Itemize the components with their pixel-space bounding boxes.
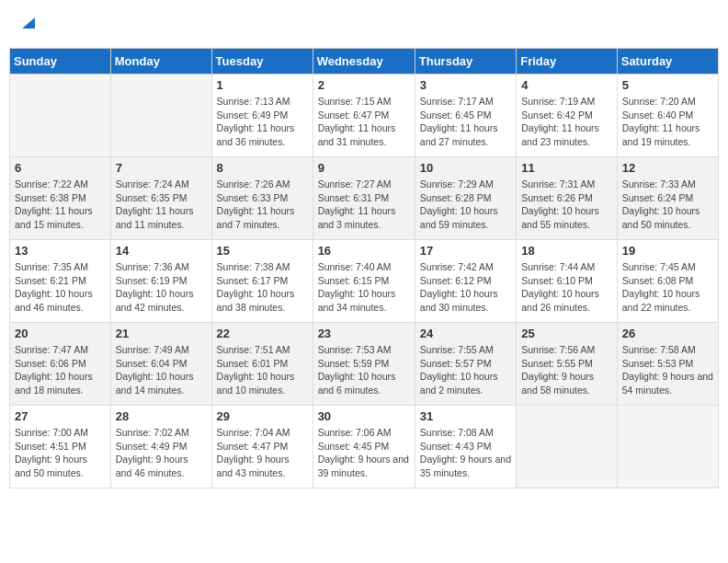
calendar-cell: 6Sunrise: 7:22 AMSunset: 6:38 PMDaylight… [10, 157, 111, 240]
calendar-cell: 29Sunrise: 7:04 AMSunset: 4:47 PMDayligh… [211, 406, 313, 488]
calendar-cell: 11Sunrise: 7:31 AMSunset: 6:26 PMDayligh… [517, 157, 618, 240]
day-info: Sunrise: 7:47 AMSunset: 6:06 PMDaylight:… [15, 343, 106, 397]
logo-triangle-icon [20, 14, 37, 30]
day-header: Sunday [10, 49, 111, 75]
day-number: 10 [420, 161, 511, 175]
day-number: 26 [622, 327, 713, 340]
calendar-cell: 16Sunrise: 7:40 AMSunset: 6:15 PMDayligh… [313, 240, 415, 323]
calendar-cell: 1Sunrise: 7:13 AMSunset: 6:49 PMDaylight… [211, 75, 313, 157]
calendar-cell: 2Sunrise: 7:15 AMSunset: 6:47 PMDaylight… [313, 75, 415, 157]
calendar-cell: 21Sunrise: 7:49 AMSunset: 6:04 PMDayligh… [110, 323, 211, 406]
day-number: 12 [622, 161, 713, 175]
day-info: Sunrise: 7:26 AMSunset: 6:33 PMDaylight:… [217, 178, 308, 232]
calendar-table: SundayMondayTuesdayWednesdayThursdayFrid… [9, 48, 719, 488]
header-row: SundayMondayTuesdayWednesdayThursdayFrid… [10, 49, 719, 75]
day-info: Sunrise: 7:17 AMSunset: 6:45 PMDaylight:… [420, 95, 511, 149]
day-number: 19 [622, 244, 713, 258]
calendar-cell: 5Sunrise: 7:20 AMSunset: 6:40 PMDaylight… [617, 75, 718, 157]
day-number: 17 [420, 244, 511, 258]
day-number: 15 [217, 244, 308, 258]
page-header [9, 9, 719, 39]
calendar-cell: 10Sunrise: 7:29 AMSunset: 6:28 PMDayligh… [415, 157, 516, 240]
week-row: 13Sunrise: 7:35 AMSunset: 6:21 PMDayligh… [10, 240, 719, 323]
day-info: Sunrise: 7:58 AMSunset: 5:53 PMDaylight:… [622, 343, 713, 397]
calendar-cell: 9Sunrise: 7:27 AMSunset: 6:31 PMDaylight… [313, 157, 415, 240]
day-info: Sunrise: 7:35 AMSunset: 6:21 PMDaylight:… [15, 260, 106, 315]
calendar-cell: 23Sunrise: 7:53 AMSunset: 5:59 PMDayligh… [313, 323, 415, 406]
day-number: 13 [15, 244, 106, 258]
day-info: Sunrise: 7:13 AMSunset: 6:49 PMDaylight:… [217, 95, 308, 149]
calendar-cell [517, 406, 618, 488]
day-info: Sunrise: 7:56 AMSunset: 5:55 PMDaylight:… [521, 343, 612, 397]
week-row: 20Sunrise: 7:47 AMSunset: 6:06 PMDayligh… [10, 323, 719, 406]
day-number: 16 [318, 244, 410, 258]
calendar-cell: 22Sunrise: 7:51 AMSunset: 6:01 PMDayligh… [211, 323, 313, 406]
day-header: Saturday [617, 49, 718, 75]
day-info: Sunrise: 7:36 AMSunset: 6:19 PMDaylight:… [116, 260, 207, 315]
day-number: 2 [318, 78, 410, 92]
day-info: Sunrise: 7:22 AMSunset: 6:38 PMDaylight:… [15, 178, 106, 232]
calendar-cell: 31Sunrise: 7:08 AMSunset: 4:43 PMDayligh… [415, 406, 516, 488]
calendar-cell: 24Sunrise: 7:55 AMSunset: 5:57 PMDayligh… [415, 323, 516, 406]
day-number: 14 [116, 244, 207, 258]
day-number: 3 [420, 78, 511, 92]
day-number: 6 [15, 161, 106, 175]
svg-marker-0 [22, 17, 35, 29]
day-number: 28 [116, 409, 207, 423]
calendar-cell: 19Sunrise: 7:45 AMSunset: 6:08 PMDayligh… [617, 240, 718, 323]
week-row: 1Sunrise: 7:13 AMSunset: 6:49 PMDaylight… [10, 75, 719, 157]
day-info: Sunrise: 7:42 AMSunset: 6:12 PMDaylight:… [420, 260, 511, 315]
calendar-cell: 20Sunrise: 7:47 AMSunset: 6:06 PMDayligh… [10, 323, 111, 406]
calendar-cell: 15Sunrise: 7:38 AMSunset: 6:17 PMDayligh… [211, 240, 313, 323]
day-number: 20 [15, 327, 106, 340]
day-number: 1 [217, 78, 308, 92]
day-info: Sunrise: 7:27 AMSunset: 6:31 PMDaylight:… [318, 178, 410, 232]
day-info: Sunrise: 7:02 AMSunset: 4:49 PMDaylight:… [116, 426, 207, 480]
day-number: 29 [217, 409, 308, 423]
day-info: Sunrise: 7:33 AMSunset: 6:24 PMDaylight:… [622, 178, 713, 232]
day-number: 18 [521, 244, 612, 258]
day-info: Sunrise: 7:24 AMSunset: 6:35 PMDaylight:… [116, 178, 207, 232]
day-number: 8 [217, 161, 308, 175]
week-row: 6Sunrise: 7:22 AMSunset: 6:38 PMDaylight… [10, 157, 719, 240]
day-number: 4 [521, 78, 612, 92]
day-number: 31 [420, 409, 511, 423]
calendar-cell: 8Sunrise: 7:26 AMSunset: 6:33 PMDaylight… [211, 157, 313, 240]
calendar-cell: 26Sunrise: 7:58 AMSunset: 5:53 PMDayligh… [617, 323, 718, 406]
day-number: 11 [521, 161, 612, 175]
day-header: Tuesday [211, 49, 313, 75]
logo [18, 14, 37, 34]
day-info: Sunrise: 7:53 AMSunset: 5:59 PMDaylight:… [318, 343, 410, 397]
day-info: Sunrise: 7:04 AMSunset: 4:47 PMDaylight:… [217, 426, 308, 480]
day-info: Sunrise: 7:31 AMSunset: 6:26 PMDaylight:… [521, 178, 612, 232]
day-header: Monday [110, 49, 211, 75]
calendar-cell: 17Sunrise: 7:42 AMSunset: 6:12 PMDayligh… [415, 240, 516, 323]
calendar-cell: 18Sunrise: 7:44 AMSunset: 6:10 PMDayligh… [517, 240, 618, 323]
day-info: Sunrise: 7:51 AMSunset: 6:01 PMDaylight:… [217, 343, 308, 397]
calendar-cell: 13Sunrise: 7:35 AMSunset: 6:21 PMDayligh… [10, 240, 111, 323]
week-row: 27Sunrise: 7:00 AMSunset: 4:51 PMDayligh… [10, 406, 719, 488]
day-info: Sunrise: 7:08 AMSunset: 4:43 PMDaylight:… [420, 426, 511, 480]
day-number: 24 [420, 327, 511, 340]
day-number: 25 [521, 327, 612, 340]
day-number: 22 [217, 327, 308, 340]
calendar-cell: 14Sunrise: 7:36 AMSunset: 6:19 PMDayligh… [110, 240, 211, 323]
calendar-cell: 3Sunrise: 7:17 AMSunset: 6:45 PMDaylight… [415, 75, 516, 157]
calendar-cell: 12Sunrise: 7:33 AMSunset: 6:24 PMDayligh… [617, 157, 718, 240]
day-info: Sunrise: 7:44 AMSunset: 6:10 PMDaylight:… [521, 260, 612, 315]
day-info: Sunrise: 7:49 AMSunset: 6:04 PMDaylight:… [116, 343, 207, 397]
day-number: 5 [622, 78, 713, 92]
day-header: Thursday [415, 49, 516, 75]
day-number: 23 [318, 327, 410, 340]
calendar-cell [10, 75, 111, 157]
day-number: 30 [318, 409, 410, 423]
calendar-cell: 7Sunrise: 7:24 AMSunset: 6:35 PMDaylight… [110, 157, 211, 240]
day-info: Sunrise: 7:29 AMSunset: 6:28 PMDaylight:… [420, 178, 511, 232]
calendar-cell: 4Sunrise: 7:19 AMSunset: 6:42 PMDaylight… [517, 75, 618, 157]
day-header: Wednesday [313, 49, 415, 75]
day-info: Sunrise: 7:00 AMSunset: 4:51 PMDaylight:… [15, 426, 106, 480]
day-info: Sunrise: 7:15 AMSunset: 6:47 PMDaylight:… [318, 95, 410, 149]
day-info: Sunrise: 7:20 AMSunset: 6:40 PMDaylight:… [622, 95, 713, 149]
day-info: Sunrise: 7:45 AMSunset: 6:08 PMDaylight:… [622, 260, 713, 315]
day-info: Sunrise: 7:55 AMSunset: 5:57 PMDaylight:… [420, 343, 511, 397]
